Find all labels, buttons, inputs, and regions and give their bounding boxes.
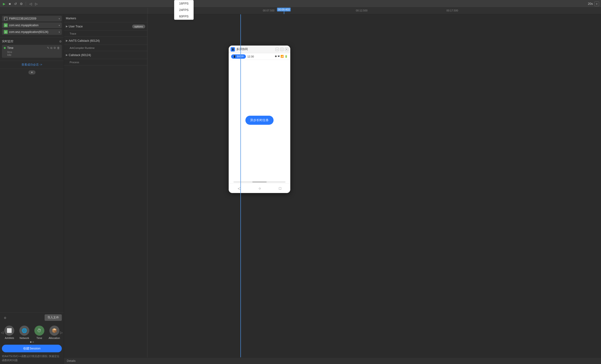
app2-row[interactable]: ⊞ com.wsz.myapplication(60124) ▾	[2, 29, 62, 35]
gear-icon[interactable]: ⚙	[53, 46, 56, 50]
network-label: Network	[20, 337, 29, 339]
close-button[interactable]: ✕	[285, 48, 288, 51]
scrollbar-thumb	[252, 182, 267, 182]
arkcompiler-sub: ArkCompiler Runtime	[64, 45, 147, 51]
time-item[interactable]: ⏱ Time	[33, 326, 46, 339]
device-icon: 📱	[4, 17, 8, 20]
delete-icon[interactable]: 🗑	[57, 46, 60, 50]
allocation-icon: 📦	[49, 326, 59, 336]
time-entry: Time ✎ ⧉ ⚙ 🗑 0ms Idle	[2, 45, 62, 58]
settings-gear-icon[interactable]: ⚙	[4, 316, 6, 320]
phone-scrollbar	[233, 182, 285, 182]
description-text: 对ArkTS/JS/C++函数运行情况进行跟踪, 快速定位函数耗时问题	[2, 354, 62, 362]
markers-track[interactable]: Markers	[64, 14, 147, 22]
forward-button[interactable]: ▷	[34, 2, 38, 6]
user-trace-expand-icon[interactable]: ▶	[66, 25, 68, 28]
time-dot	[4, 47, 6, 49]
copy-icon[interactable]: ⧉	[50, 46, 52, 50]
chevron-down-icon-2: ▾	[59, 24, 60, 27]
app1-row[interactable]: ⊞ com.wsz.myapplication ▾	[2, 22, 62, 28]
async-task-button[interactable]: 异步长时任务	[245, 116, 274, 125]
fps-dropdown: 16FPS 24FPS 60FPS	[174, 0, 194, 20]
arkts-callstack-track[interactable]: ▶ ArkTS Callstack (60124)	[64, 37, 147, 45]
callstack-expand-icon[interactable]: ▶	[66, 53, 68, 57]
arkweb-icon: ⬜	[4, 326, 14, 336]
record-button[interactable]: ▶	[2, 2, 6, 6]
chevron-down-icon: ▾	[59, 17, 60, 20]
arkcompiler-sub-label: ArkCompiler Runtime	[70, 47, 95, 49]
monitor-gear-icon[interactable]: ⚙	[59, 40, 62, 43]
minimize-button[interactable]: ─	[275, 48, 279, 51]
network-icon: 🌐	[19, 326, 29, 336]
fps-16[interactable]: 16FPS	[174, 0, 193, 7]
phone-time: 12:30	[247, 55, 254, 58]
details-bar: Details	[64, 357, 601, 364]
icon-row: ◁ ⬜ ArkWeb 🌐 Network ⏱ Time 📦 Allocation	[2, 324, 62, 341]
time-label-icon: Time	[37, 337, 42, 339]
time-value: 0ms	[7, 51, 60, 53]
fps-24[interactable]: 24FPS	[174, 7, 193, 13]
monitor-title: 实时监控	[2, 39, 13, 43]
refresh-button[interactable]: ↺	[13, 2, 18, 6]
user-trace-label: User Trace	[69, 25, 83, 28]
arkweb-label: ArkWeb	[5, 337, 14, 339]
track-content: 📱 多屏协同 ─ □ ✕ 📱 协同中 12:30	[147, 14, 601, 357]
add-button[interactable]: +	[594, 1, 599, 6]
phone-navbar: ◁ ○ □	[229, 183, 290, 193]
vertical-cursor	[240, 14, 241, 357]
maximize-button[interactable]: □	[280, 48, 284, 51]
nav-recents-icon[interactable]: □	[279, 186, 281, 191]
bottom-section: ⚙ 导入文件 ◁ ⬜ ArkWeb 🌐 Network ⏱ Time	[0, 312, 64, 364]
app1-icon: ⊞	[4, 23, 8, 27]
track-labels: Markers ▶ User Trace options Trace ▶ Ark…	[64, 14, 147, 357]
stop-button[interactable]: ■	[8, 2, 12, 6]
phone-title: 多屏协同	[236, 47, 274, 51]
details-label: Details	[67, 359, 76, 363]
time-status: Idle	[7, 53, 60, 56]
time-entry-header: Time ✎ ⧉ ⚙ 🗑	[4, 46, 60, 50]
trace-sub: Trace	[64, 30, 147, 37]
options-button[interactable]: options	[132, 25, 145, 28]
monitor-header: 实时监控 ⚙	[2, 39, 62, 43]
cursor-label: 00:09.403	[277, 8, 291, 11]
back-button[interactable]: ◁	[28, 2, 33, 6]
time-icon: ⏱	[34, 326, 44, 336]
callstack-track[interactable]: ▶ Callstack (60124)	[64, 51, 147, 59]
top-toolbar: ▶ ■ ↺ ⚙ ◁ ▷ 20s + 16FPS 24FPS 60FPS	[0, 0, 601, 8]
fps-60[interactable]: 60FPS	[174, 13, 193, 20]
settings-button[interactable]: ⚙	[19, 2, 23, 6]
arkts-expand-icon[interactable]: ▶	[66, 39, 68, 42]
phone-app-icon: 📱	[231, 47, 235, 51]
chat-link[interactable]: 查看成功会话 ->	[0, 61, 64, 69]
app2-icon: ⊞	[4, 30, 8, 34]
device-selector: 📱 FMR0223B16022009 ▾ ⊞ com.wsz.myapplica…	[0, 14, 64, 38]
phone-statusbar: 📱 协同中 12:30 ✱ ❤ 📶 🔋	[229, 53, 290, 60]
import-button[interactable]: 导入文件	[45, 314, 62, 321]
phone-window-buttons: ─ □ ✕	[275, 48, 288, 51]
allocation-item[interactable]: 📦 Allocation	[48, 326, 61, 339]
trace-sub-label: Trace	[70, 32, 76, 35]
toolbar-separator	[26, 2, 26, 6]
markers-label: Markers	[66, 17, 76, 20]
dot-row	[2, 341, 62, 343]
device-id-row[interactable]: 📱 FMR0223B16022009 ▾	[2, 16, 62, 21]
user-trace-track[interactable]: ▶ User Trace options	[64, 22, 147, 30]
chevron-down-icon-3: ▾	[59, 31, 60, 33]
phone-body: 异步长时任务	[229, 60, 290, 181]
edit-icon[interactable]: ✎	[47, 46, 49, 50]
arrow-left-icon[interactable]: ◁	[1, 331, 4, 334]
nav-home-icon[interactable]: ○	[259, 186, 261, 191]
dropdown-toggle: ▾	[0, 69, 64, 76]
time-actions: ✎ ⧉ ⚙ 🗑	[47, 46, 60, 50]
create-session-button[interactable]: 创建Session	[2, 345, 62, 352]
time-display: 20s	[588, 2, 593, 5]
network-item[interactable]: 🌐 Network	[18, 326, 31, 339]
nav-back-icon[interactable]: ◁	[238, 186, 241, 191]
arrow-right-icon[interactable]: ▷	[60, 331, 63, 334]
status-chip: 📱 协同中	[231, 54, 246, 59]
timeline-ruler[interactable]: 00:09.403 00:02.500 00:07.500 00:12.500 …	[148, 8, 601, 14]
left-sidebar: 📱 FMR0223B16022009 ▾ ⊞ com.wsz.myapplica…	[0, 14, 64, 364]
signal-icon: ✱ ❤ 📶 🔋	[275, 55, 288, 58]
arkweb-item[interactable]: ⬜ ArkWeb	[3, 326, 16, 339]
dropdown-btn[interactable]: ▾	[28, 70, 36, 74]
